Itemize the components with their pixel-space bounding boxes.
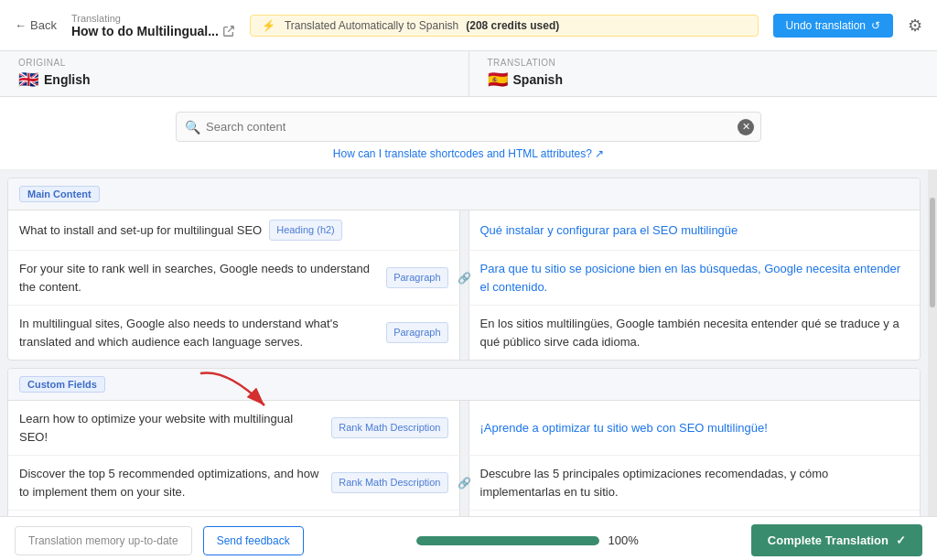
source-cell: In multilingual sites, Google also needs… xyxy=(8,306,460,360)
gear-icon: ⚙ xyxy=(908,16,922,35)
source-text: In multilingual sites, Google also needs… xyxy=(19,315,379,350)
type-badge: Rank Math Description xyxy=(331,472,447,493)
table-row: Discover the top 5 recommended optimizat… xyxy=(8,456,920,511)
search-icon: 🔍 xyxy=(185,120,200,135)
undo-label: Undo translation xyxy=(786,19,866,32)
original-label: Original xyxy=(18,58,450,68)
source-text: For your site to rank well in searches, … xyxy=(19,260,379,296)
target-cell: Qué instalar y configurar para el SEO mu… xyxy=(469,210,921,250)
shortcode-link[interactable]: How can I translate shortcodes and HTML … xyxy=(18,147,919,160)
translation-label: Translation xyxy=(488,58,920,68)
spanish-flag: 🇪🇸 xyxy=(488,70,508,90)
main-content-header: Main Content xyxy=(8,178,920,210)
search-container: 🔍 ✕ How can I translate shortcodes and H… xyxy=(0,97,937,170)
settings-button[interactable]: ⚙ xyxy=(908,16,922,36)
table-row: What to install and set-up for multiling… xyxy=(8,210,920,251)
send-feedback-button[interactable]: Send feedback xyxy=(203,526,304,555)
check-icon: ✓ xyxy=(896,533,906,547)
translation-memory-button[interactable]: Translation memory up-to-date xyxy=(15,526,192,555)
source-cell: For your site to rank well in searches, … xyxy=(8,251,460,305)
custom-fields-title: Custom Fields xyxy=(19,376,105,393)
language-row: Original 🇬🇧 English Translation 🇪🇸 Spani… xyxy=(0,51,937,97)
source-cell: Discover the top 5 recommended optimizat… xyxy=(8,456,460,510)
divider: 🔗 xyxy=(460,456,469,510)
undo-icon: ↺ xyxy=(871,19,880,32)
target-text: En los sitios multilingües, Google tambi… xyxy=(480,315,910,350)
undo-translation-button[interactable]: Undo translation ↺ xyxy=(773,14,893,38)
target-cell: seo multilingüe xyxy=(469,511,921,516)
translating-label: Translating xyxy=(71,13,235,24)
clear-search-button[interactable]: ✕ xyxy=(738,119,754,135)
divider xyxy=(460,210,469,250)
type-badge: Rank Math Description xyxy=(331,417,447,438)
source-text: Learn how to optimize your website with … xyxy=(19,410,324,446)
table-row: In multilingual sites, Google also needs… xyxy=(8,306,920,360)
tm-label: Translation memory up-to-date xyxy=(28,534,178,547)
type-badge: Paragraph xyxy=(386,322,447,343)
divider xyxy=(460,511,469,516)
type-badge: Heading (h2) xyxy=(269,220,342,241)
scrollbar-thumb[interactable] xyxy=(930,198,935,307)
credits-text: (208 credits used) xyxy=(466,19,559,32)
progress-bar xyxy=(416,536,599,545)
main-content-title: Main Content xyxy=(19,186,100,202)
target-text: ¡Aprende a optimizar tu sitio web con SE… xyxy=(480,419,768,437)
bolt-icon: ⚡ xyxy=(262,19,275,32)
progress-area: 100% xyxy=(315,533,740,547)
target-text: Para que tu sitio se posicione bien en l… xyxy=(480,260,910,296)
progress-percentage: 100% xyxy=(609,533,639,547)
search-input[interactable] xyxy=(176,112,761,142)
content-pane: Main Content What to install and set-up … xyxy=(0,170,928,516)
notification-text: Translated Automatically to Spanish xyxy=(285,19,458,32)
back-link[interactable]: ← Back xyxy=(15,18,57,32)
complete-translation-button[interactable]: Complete Translation ✓ xyxy=(751,524,922,556)
custom-fields-section: Custom Fields Learn how to optimize your… xyxy=(7,368,921,516)
english-flag: 🇬🇧 xyxy=(18,70,38,90)
external-link-icon: ↗ xyxy=(595,147,604,160)
back-label: Back xyxy=(30,18,57,32)
translation-language-col: Translation 🇪🇸 Spanish xyxy=(469,51,938,96)
target-text: Qué instalar y configurar para el SEO mu… xyxy=(480,221,738,240)
notification-bar: ⚡ Translated Automatically to Spanish (2… xyxy=(250,15,759,37)
main-content-section: Main Content What to install and set-up … xyxy=(7,178,921,361)
external-link-icon xyxy=(222,25,235,38)
bottom-bar: Translation memory up-to-date Send feedb… xyxy=(0,516,937,560)
divider xyxy=(460,306,469,360)
target-cell: Para que tu sitio se posicione bien en l… xyxy=(469,251,921,305)
target-cell: En los sitios multilingües, Google tambi… xyxy=(469,306,921,360)
document-title: How to do Multilingual... xyxy=(71,24,235,38)
scrollbar-track[interactable] xyxy=(928,170,937,516)
divider xyxy=(460,401,469,455)
source-text: Discover the top 5 recommended optimizat… xyxy=(19,465,324,501)
complete-label: Complete Translation xyxy=(768,533,889,547)
target-text: Descubre las 5 principales optimizacione… xyxy=(480,465,910,501)
translation-language: 🇪🇸 Spanish xyxy=(488,70,920,90)
original-language-name: English xyxy=(44,72,91,87)
search-wrap: 🔍 ✕ xyxy=(176,112,761,142)
main-area: Main Content What to install and set-up … xyxy=(0,170,937,516)
table-row: For your site to rank well in searches, … xyxy=(8,251,920,306)
table-row: multilingual seo Rank Math Focus Keyword… xyxy=(8,511,920,516)
top-bar: ← Back Translating How to do Multilingua… xyxy=(0,0,937,51)
translation-language-name: Spanish xyxy=(513,72,563,87)
original-language: 🇬🇧 English xyxy=(18,70,450,90)
content-wrapper: Main Content What to install and set-up … xyxy=(0,178,928,516)
progress-bar-fill xyxy=(416,536,599,545)
source-cell: Learn how to optimize your website with … xyxy=(8,401,460,455)
source-text: What to install and set-up for multiling… xyxy=(19,221,262,240)
table-row: Learn how to optimize your website with … xyxy=(8,401,920,456)
source-cell: What to install and set-up for multiling… xyxy=(8,210,460,250)
back-arrow-icon: ← xyxy=(15,18,27,32)
divider: 🔗 xyxy=(460,251,469,305)
target-cell: ¡Aprende a optimizar tu sitio web con SE… xyxy=(469,401,921,455)
source-cell: multilingual seo Rank Math Focus Keyword xyxy=(8,511,460,516)
type-badge: Paragraph xyxy=(386,267,447,288)
translating-info: Translating How to do Multilingual... xyxy=(71,13,235,38)
feedback-label: Send feedback xyxy=(217,534,290,547)
original-language-col: Original 🇬🇧 English xyxy=(0,51,469,96)
target-cell: Descubre las 5 principales optimizacione… xyxy=(469,456,921,510)
custom-fields-header: Custom Fields xyxy=(8,369,920,401)
